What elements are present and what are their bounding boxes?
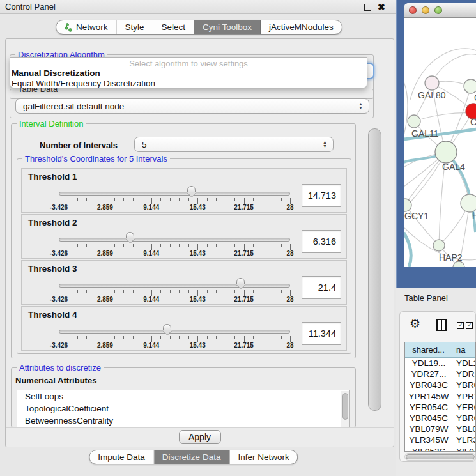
table-row[interactable]: YBL079WYBL0 xyxy=(405,424,475,434)
tab-discretize-data[interactable]: Discretize Data xyxy=(154,450,230,464)
network-view-window[interactable]: GAL80GCGAL11GAL4GCY1HHAP2 xyxy=(404,3,476,267)
table-data-group: Table Data galFiltered.sif default node … xyxy=(10,89,374,118)
number-of-intervals-combo[interactable]: 5 ▲▼ xyxy=(134,137,334,152)
table-cell: YPR145W xyxy=(405,391,452,402)
tab-label: Infer Network xyxy=(238,452,289,462)
table-panel: ⚙ ✓ ✓ shared...na YDL19...YDL1YDR27...YD… xyxy=(399,311,476,462)
slider-handle[interactable] xyxy=(236,278,246,289)
table-row[interactable]: YIL052CYIL0 xyxy=(405,446,475,452)
close-icon[interactable]: ✖ xyxy=(378,1,385,13)
H-node[interactable] xyxy=(461,194,476,212)
tab-network[interactable]: Network xyxy=(56,20,117,34)
attributes-to-discretize-group: Attributes to discretize Numerical Attri… xyxy=(11,367,356,427)
table-data-combo[interactable]: galFiltered.sif default node ▲▼ xyxy=(15,98,369,114)
table-row[interactable]: YER054CYER0 xyxy=(405,402,475,413)
settings-scroll-viewport: Interval Definition Number of Intervals … xyxy=(8,118,364,427)
threshold-value-field[interactable]: 6.316 xyxy=(302,230,341,253)
threshold-value-field[interactable]: 11.344 xyxy=(302,322,341,345)
table-row[interactable]: YDR27...YDR2 xyxy=(405,369,475,380)
table-cell: YIL052C xyxy=(405,446,452,452)
table-panel-title: Table Panel xyxy=(404,293,448,303)
columns-icon[interactable] xyxy=(436,319,447,331)
node-attribute-table[interactable]: shared...na YDL19...YDL1YDR27...YDR2YBR0… xyxy=(404,342,476,452)
table-cell: YDL19... xyxy=(405,358,452,369)
bottom-tab-bar: Impute DataDiscretize DataInfer Network xyxy=(89,450,298,464)
tab-impute-data[interactable]: Impute Data xyxy=(89,450,154,464)
app-root: Control Panel ✖ NetworkStyleSelectCyni T… xyxy=(0,0,476,476)
panel-scrollbar[interactable] xyxy=(365,118,384,427)
tab-cyni-toolbox[interactable]: Cyni Toolbox xyxy=(194,20,261,34)
control-panel-titlebar: Control Panel ✖ xyxy=(0,0,396,14)
table-row[interactable]: YLR345WYLR3 xyxy=(405,434,475,445)
attribute-list-item[interactable]: SelfLoops xyxy=(17,390,349,403)
dropdown-option[interactable]: Manual Discretization xyxy=(12,68,365,79)
table-cell: YDR27... xyxy=(405,369,452,380)
top-right-node[interactable] xyxy=(464,79,476,93)
horizontal-scrollbar[interactable] xyxy=(404,453,476,461)
table-cell: YER054C xyxy=(405,402,452,413)
column-header[interactable]: na xyxy=(452,342,475,358)
table-row[interactable]: YPR145WYPR1 xyxy=(405,391,475,402)
float-window-icon[interactable] xyxy=(364,4,371,11)
apply-button[interactable]: Apply xyxy=(179,430,221,444)
slider-tick-labels: -3.4262.8599.14415.4321.71528 xyxy=(59,204,290,211)
slider-track[interactable] xyxy=(59,284,290,288)
panel-title: Control Panel xyxy=(5,0,56,14)
network-window-titlebar[interactable] xyxy=(404,3,476,18)
tab-infer-network[interactable]: Infer Network xyxy=(229,450,297,464)
gear-icon[interactable]: ⚙ xyxy=(410,316,420,331)
network-edge xyxy=(432,54,476,83)
threshold-value-field[interactable]: 14.713 xyxy=(302,184,341,207)
slider-handle[interactable] xyxy=(187,186,197,197)
table-row[interactable]: YDL19...YDL1 xyxy=(405,358,475,369)
checkbox-checked-icon[interactable]: ✓ xyxy=(457,322,464,329)
table-cell: YPR1 xyxy=(452,391,475,402)
table-cell: YBR0 xyxy=(452,380,475,390)
tab-label: Cyni Toolbox xyxy=(203,22,252,32)
node-label: GCY1 xyxy=(404,211,429,221)
table-row[interactable]: YBR045CYBR0 xyxy=(405,413,475,424)
table-panel-region: Table Panel ⚙ ✓ ✓ shared...na YDL19...YD… xyxy=(396,288,476,476)
table-cell: YDL1 xyxy=(452,358,475,369)
node-label: H xyxy=(472,210,476,220)
minimize-traffic-light-icon[interactable] xyxy=(422,6,429,14)
slider-track[interactable] xyxy=(59,192,290,196)
slider-track[interactable] xyxy=(59,238,290,242)
attribute-list-item[interactable]: TopologicalCoefficient xyxy=(17,403,349,415)
table-cell: YER0 xyxy=(452,402,475,413)
node-label: GAL80 xyxy=(418,90,446,100)
tab-style[interactable]: Style xyxy=(117,20,153,34)
close-traffic-light-icon[interactable] xyxy=(409,6,417,14)
GAL80-node[interactable] xyxy=(425,76,439,90)
table-header[interactable]: shared...na xyxy=(405,342,475,358)
GAL11-node[interactable] xyxy=(408,115,420,128)
slider-handle[interactable] xyxy=(163,324,173,335)
numerical-attributes-list[interactable]: SelfLoopsTopologicalCoefficientBetweenne… xyxy=(17,390,350,427)
dropdown-option[interactable]: Equal Width/Frequency Discretization xyxy=(12,79,365,89)
combo-value: 5 xyxy=(142,140,147,150)
slider-track[interactable] xyxy=(59,330,290,334)
scrollbar-thumb[interactable] xyxy=(406,454,475,459)
slider-handle[interactable] xyxy=(126,232,135,243)
list-scrollbar[interactable] xyxy=(341,391,349,427)
GCY1-node[interactable] xyxy=(404,199,411,211)
tab-select[interactable]: Select xyxy=(153,20,195,34)
node-label: GAL4 xyxy=(442,162,465,172)
attribute-list-item[interactable]: BetweennessCentrality xyxy=(17,415,349,427)
table-row[interactable]: YBR043CYBR0 xyxy=(405,380,475,390)
dropdown-options: Manual DiscretizationEqual Width/Frequen… xyxy=(12,68,365,89)
threshold-value-field[interactable]: 21.4 xyxy=(302,276,341,299)
table-cell: YBR0 xyxy=(452,413,475,424)
table-cell: YBL079W xyxy=(405,424,452,434)
GAL4-node[interactable] xyxy=(435,141,457,163)
scrollbar-thumb[interactable] xyxy=(368,128,381,411)
network-canvas[interactable]: GAL80GCGAL11GAL4GCY1HHAP2 xyxy=(404,18,476,267)
table-cell: YLR3 xyxy=(452,434,475,445)
checkbox-checked-icon[interactable]: ✓ xyxy=(466,322,473,329)
tab-jactivemnodules[interactable]: jActiveMNodules xyxy=(261,20,342,34)
HAP2-node[interactable] xyxy=(433,240,445,251)
table-cell: YIL0 xyxy=(452,446,475,452)
column-header[interactable]: shared... xyxy=(405,342,452,358)
zoom-traffic-light-icon[interactable] xyxy=(434,6,442,14)
threshold-panel: Threshold 1-3.4262.8599.14415.4321.71528… xyxy=(21,168,347,213)
